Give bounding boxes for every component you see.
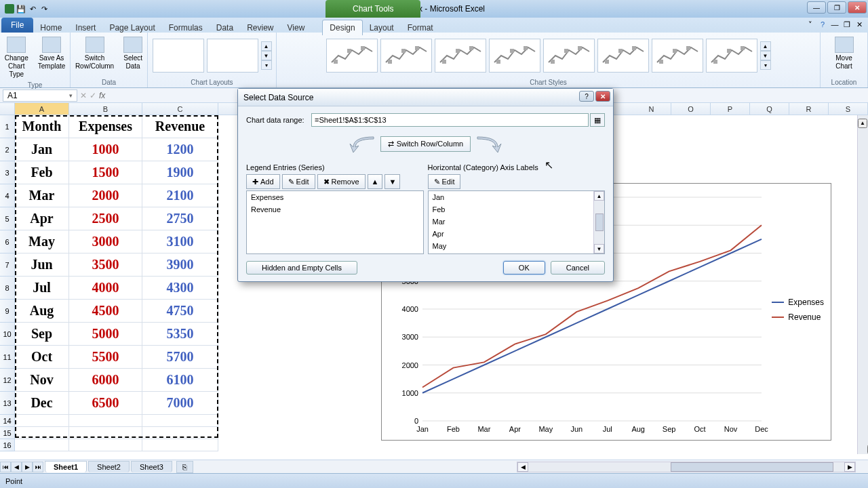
row-header[interactable]: 15 bbox=[0, 427, 15, 439]
fx-icon[interactable]: fx bbox=[99, 91, 105, 100]
row-header[interactable]: 2 bbox=[0, 138, 15, 161]
scroll-right-icon[interactable]: ▶ bbox=[844, 462, 855, 472]
dialog-title-bar[interactable]: Select Data Source ? ✕ bbox=[238, 89, 613, 106]
scroll-thumb[interactable] bbox=[595, 214, 604, 231]
table-cell[interactable]: 2100 bbox=[142, 184, 218, 207]
style-thumb[interactable] bbox=[326, 39, 378, 73]
table-cell[interactable]: 1000 bbox=[69, 138, 142, 161]
name-box[interactable]: A1 bbox=[3, 89, 77, 102]
column-header[interactable]: A bbox=[15, 103, 69, 115]
table-cell[interactable]: 2500 bbox=[69, 207, 142, 230]
table-header-cell[interactable]: Revenue bbox=[142, 115, 218, 138]
table-cell[interactable]: 1900 bbox=[142, 161, 218, 184]
tab-review[interactable]: Review bbox=[240, 20, 280, 35]
style-thumb[interactable] bbox=[435, 39, 486, 73]
table-cell[interactable]: 1200 bbox=[142, 138, 218, 161]
sheet-tab[interactable]: Sheet3 bbox=[131, 461, 172, 472]
dialog-close-icon[interactable]: ✕ bbox=[595, 91, 610, 102]
column-header[interactable]: P bbox=[711, 103, 750, 115]
tab-view[interactable]: View bbox=[281, 20, 312, 35]
table-cell[interactable] bbox=[142, 439, 218, 451]
chart-legend[interactable]: Expenses Revenue bbox=[772, 298, 824, 327]
table-cell[interactable]: 3900 bbox=[142, 253, 218, 277]
gallery-more-icon[interactable]: ▾ bbox=[261, 60, 272, 70]
table-cell[interactable]: Nov bbox=[15, 369, 69, 392]
row-header[interactable]: 7 bbox=[0, 253, 15, 277]
chart-data-range-input[interactable] bbox=[311, 113, 589, 127]
gallery-up-icon[interactable]: ▲ bbox=[261, 41, 272, 51]
list-item[interactable]: Apr bbox=[429, 228, 605, 240]
workbook-minimize-icon[interactable]: — bbox=[830, 20, 840, 29]
table-cell[interactable]: 3100 bbox=[142, 230, 218, 253]
gallery-more-icon[interactable]: ▾ bbox=[760, 60, 771, 70]
table-cell[interactable]: 2000 bbox=[69, 184, 142, 207]
style-thumb[interactable] bbox=[706, 39, 757, 73]
list-item[interactable]: Expenses bbox=[247, 191, 423, 203]
table-cell[interactable]: 4300 bbox=[142, 277, 218, 300]
column-header[interactable]: N bbox=[632, 103, 671, 115]
first-sheet-icon[interactable]: ⏮ bbox=[0, 462, 11, 472]
row-header[interactable]: 13 bbox=[0, 392, 15, 415]
column-header[interactable]: R bbox=[789, 103, 829, 115]
table-cell[interactable]: 6100 bbox=[142, 369, 218, 392]
row-header[interactable]: 12 bbox=[0, 369, 15, 392]
row-header[interactable]: 6 bbox=[0, 230, 15, 253]
next-sheet-icon[interactable]: ▶ bbox=[22, 462, 33, 472]
table-cell[interactable]: 5350 bbox=[142, 323, 218, 346]
list-item[interactable]: May bbox=[429, 240, 605, 252]
table-cell[interactable] bbox=[15, 415, 69, 427]
edit-axis-labels-button[interactable]: ✎Edit bbox=[428, 174, 461, 189]
row-header[interactable]: 1 bbox=[0, 115, 15, 138]
table-cell[interactable] bbox=[69, 427, 142, 439]
table-cell[interactable]: Jul bbox=[15, 277, 69, 300]
remove-series-button[interactable]: ✖Remove bbox=[317, 174, 366, 189]
workbook-maximize-icon[interactable]: ❐ bbox=[842, 20, 852, 29]
table-cell[interactable] bbox=[142, 427, 218, 439]
cancel-formula-icon[interactable]: ✕ bbox=[80, 91, 87, 100]
edit-series-button[interactable]: ✎Edit bbox=[282, 174, 315, 189]
row-header[interactable]: 14 bbox=[0, 415, 15, 427]
tab-file[interactable]: File bbox=[1, 18, 33, 33]
table-cell[interactable]: Oct bbox=[15, 346, 69, 369]
add-series-button[interactable]: ✚Add bbox=[246, 174, 280, 189]
column-header[interactable]: S bbox=[829, 103, 868, 115]
switch-row-column-dialog-button[interactable]: ⇄Switch Row/Column bbox=[380, 136, 471, 152]
move-down-button[interactable]: ▼ bbox=[384, 174, 400, 189]
row-header[interactable]: 11 bbox=[0, 346, 15, 369]
cancel-button[interactable]: Cancel bbox=[551, 261, 605, 274]
row-header[interactable]: 9 bbox=[0, 300, 15, 323]
layout-thumb[interactable] bbox=[153, 39, 204, 73]
hidden-empty-cells-button[interactable]: Hidden and Empty Cells bbox=[246, 261, 357, 274]
table-header-cell[interactable]: Month bbox=[15, 115, 69, 138]
listbox-scrollbar[interactable]: ▲ ▼ bbox=[593, 191, 604, 253]
dialog-help-icon[interactable]: ? bbox=[579, 91, 594, 102]
table-cell[interactable]: Aug bbox=[15, 300, 69, 323]
table-header-cell[interactable]: Expenses bbox=[69, 115, 142, 138]
tab-format[interactable]: Format bbox=[401, 20, 440, 35]
tab-data[interactable]: Data bbox=[210, 20, 240, 35]
select-data-button[interactable]: Select Data bbox=[121, 35, 145, 72]
column-header[interactable]: B bbox=[69, 103, 142, 115]
column-header[interactable]: O bbox=[671, 103, 711, 115]
prev-sheet-icon[interactable]: ◀ bbox=[11, 462, 22, 472]
save-icon[interactable]: 💾 bbox=[16, 3, 26, 14]
gallery-down-icon[interactable]: ▼ bbox=[760, 51, 771, 60]
save-as-template-button[interactable]: Save As Template bbox=[35, 35, 68, 80]
series-listbox[interactable]: ExpensesRevenue bbox=[246, 190, 424, 254]
table-cell[interactable]: 3500 bbox=[69, 253, 142, 277]
table-cell[interactable] bbox=[15, 439, 69, 451]
row-header[interactable]: 4 bbox=[0, 184, 15, 207]
table-cell[interactable]: 3000 bbox=[69, 230, 142, 253]
table-cell[interactable]: 1500 bbox=[69, 161, 142, 184]
table-cell[interactable]: Feb bbox=[15, 161, 69, 184]
table-cell[interactable]: 7000 bbox=[142, 392, 218, 415]
help-icon[interactable]: ? bbox=[818, 20, 827, 29]
range-picker-icon[interactable]: ▦ bbox=[590, 113, 605, 127]
table-cell[interactable]: Dec bbox=[15, 392, 69, 415]
table-cell[interactable]: 6500 bbox=[69, 392, 142, 415]
move-up-button[interactable]: ▲ bbox=[368, 174, 383, 189]
layout-thumb[interactable] bbox=[207, 39, 258, 73]
table-cell[interactable] bbox=[142, 415, 218, 427]
tab-page-layout[interactable]: Page Layout bbox=[102, 20, 161, 35]
sheet-tab[interactable]: Sheet2 bbox=[88, 461, 130, 472]
